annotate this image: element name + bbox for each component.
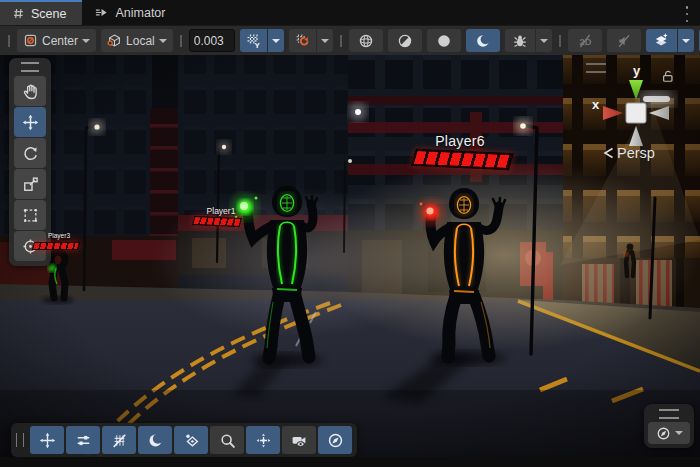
back-chevron-icon	[603, 147, 614, 159]
move-arrows-icon	[39, 432, 56, 449]
tab-scene[interactable]: Scene	[0, 0, 82, 25]
shading-solid-button[interactable]	[427, 29, 461, 52]
move-tool[interactable]	[14, 107, 46, 137]
sphere-solid-icon	[436, 33, 452, 49]
scene-toolbar: Center Local Y	[0, 25, 700, 55]
2d-toggle-button[interactable]: 2D	[568, 29, 602, 52]
camera-overlay	[644, 404, 694, 448]
gizmo-x-label: x	[592, 97, 600, 112]
unity-scene-panel: Scene Animator Center	[0, 0, 700, 467]
crescent-icon	[475, 33, 491, 49]
compass-icon	[327, 432, 344, 449]
move-icon	[22, 114, 39, 131]
rect-tool[interactable]	[14, 200, 46, 230]
grid-snapping-dropdown[interactable]	[317, 29, 333, 52]
hand-icon	[22, 83, 39, 100]
view-options-drag-handle[interactable]	[16, 433, 24, 447]
gizmo-x-axis[interactable]	[603, 106, 623, 120]
pivot-mode-dropdown[interactable]: Center	[17, 29, 96, 52]
orientation-dropdown[interactable]: Local	[101, 29, 173, 52]
cross-arrows-icon	[255, 432, 272, 449]
chevron-down-icon	[675, 431, 683, 435]
grid-slash-button[interactable]	[102, 426, 136, 454]
camera-view-dropdown[interactable]	[648, 422, 690, 444]
tab-bar: Scene Animator	[0, 0, 700, 25]
effects-icon	[653, 32, 670, 49]
player1-label[interactable]: Player1	[196, 206, 246, 216]
projection-label: Persp	[617, 145, 655, 161]
tab-animator[interactable]: Animator	[82, 0, 181, 25]
player3-health-bar[interactable]	[32, 242, 80, 250]
player6-label[interactable]: Player6	[400, 133, 520, 149]
gizmo-y-axis[interactable]	[629, 80, 643, 100]
toolbar-separator	[180, 35, 182, 47]
moon-icon	[147, 432, 164, 449]
scene-lighting-button[interactable]	[466, 29, 500, 52]
camera-button[interactable]	[282, 426, 316, 454]
toolbar-drag-handle[interactable]	[8, 35, 10, 47]
pivot-center-icon	[23, 33, 38, 48]
orientation-label: Local	[126, 34, 155, 48]
tools-drag-handle[interactable]	[21, 62, 39, 72]
projection-toggle[interactable]: Persp	[603, 145, 655, 161]
rotate-icon	[22, 145, 39, 162]
gizmo-diamond-icon	[183, 432, 200, 449]
bug-icon	[512, 33, 528, 49]
tab-scene-label: Scene	[31, 7, 66, 21]
toolbar-separator	[559, 35, 561, 47]
debug-dropdown[interactable]	[536, 29, 552, 52]
scale-tool[interactable]	[14, 169, 46, 199]
grid-visibility-icon: Y	[245, 32, 262, 49]
grid-slash-icon	[111, 432, 128, 449]
snap-increment-field[interactable]	[189, 29, 235, 52]
cube-local-icon	[107, 33, 122, 48]
scale-icon	[22, 176, 39, 193]
sphere-wire-icon	[358, 33, 374, 49]
sliders-button[interactable]	[66, 426, 100, 454]
effects-button[interactable]	[646, 29, 677, 52]
grid-snapping-button[interactable]	[289, 29, 316, 52]
moon-button[interactable]	[138, 426, 172, 454]
pivot-mode-label: Center	[42, 34, 78, 48]
view-options-overlay	[11, 423, 357, 457]
svg-text:Y: Y	[254, 41, 260, 49]
panel-bottom-edge	[0, 457, 700, 467]
audio-muted-icon	[616, 33, 632, 49]
compass-icon	[656, 426, 671, 441]
gizmo-diamond-button[interactable]	[174, 426, 208, 454]
2d-toggle-icon: 2D	[577, 33, 593, 49]
sliders-icon	[75, 432, 92, 449]
cross-arrows-button[interactable]	[246, 426, 280, 454]
scene-viewport[interactable]: Player6 Player1 Player3 y x	[0, 55, 700, 457]
animator-icon	[94, 6, 109, 19]
search-button[interactable]	[210, 426, 244, 454]
gizmo-y-label: y	[633, 63, 641, 78]
rect-icon	[22, 207, 39, 224]
camera-icon	[290, 432, 308, 449]
sphere-half-icon	[397, 33, 413, 49]
grid-snap-icon	[294, 32, 311, 49]
effects-dropdown[interactable]	[678, 29, 694, 52]
tab-animator-label: Animator	[115, 6, 165, 20]
lock-open-icon[interactable]	[661, 69, 675, 83]
shading-wireframe-button[interactable]	[349, 29, 383, 52]
rotate-tool[interactable]	[14, 138, 46, 168]
gizmo-right-axis[interactable]	[649, 106, 669, 120]
grid-visibility-button[interactable]: Y	[240, 29, 267, 52]
gizmo-cube[interactable]	[626, 103, 646, 123]
debug-button[interactable]	[505, 29, 535, 52]
player3-label[interactable]: Player3	[36, 232, 82, 239]
chevron-down-icon	[82, 39, 90, 43]
camera-overlay-drag-handle[interactable]	[659, 409, 679, 419]
gizmo-down-axis[interactable]	[629, 126, 643, 146]
search-icon	[219, 432, 236, 449]
chevron-down-icon	[159, 39, 167, 43]
audio-toggle-button[interactable]	[607, 29, 641, 52]
compass-button[interactable]	[318, 426, 352, 454]
hand-tool[interactable]	[14, 76, 46, 106]
kebab-menu-icon[interactable]	[682, 5, 692, 23]
grid-icon	[12, 7, 25, 20]
grid-visibility-dropdown[interactable]	[268, 29, 284, 52]
move-arrows-button[interactable]	[30, 426, 64, 454]
shading-half-button[interactable]	[388, 29, 422, 52]
